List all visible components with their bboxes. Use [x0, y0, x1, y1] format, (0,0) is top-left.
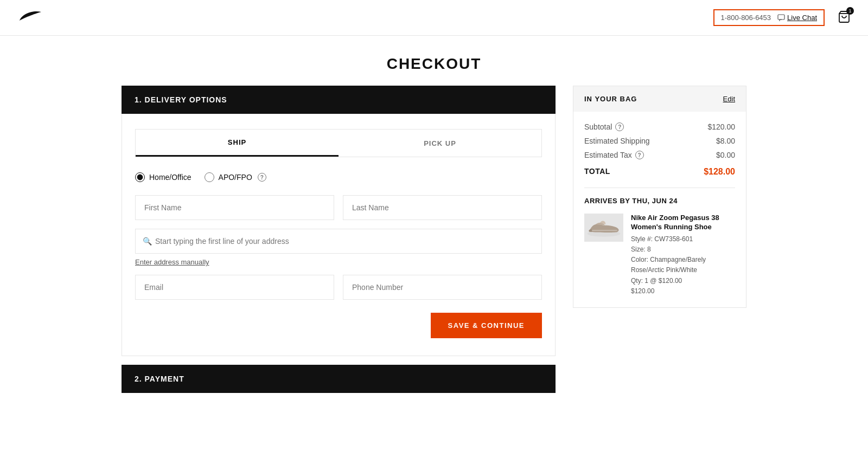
last-name-field	[343, 195, 542, 220]
product-size: Size: 8	[631, 244, 735, 255]
subtotal-value: $120.00	[707, 122, 735, 131]
arrives-label: ARRIVES BY THU, JUN 24	[584, 188, 735, 205]
radio-home-office-label: Home/Office	[149, 173, 192, 182]
bag-edit-link[interactable]: Edit	[723, 95, 735, 103]
nike-logo	[17, 8, 43, 28]
phone-field	[343, 275, 542, 300]
save-continue-button[interactable]: SAVE & CONTINUE	[431, 313, 542, 338]
product-price: $120.00	[631, 286, 735, 296]
product-color: Color: Champagne/Barely Rose/Arctic Pink…	[631, 255, 735, 275]
cart-badge: 1	[846, 7, 854, 15]
cart-icon[interactable]: 1	[838, 10, 851, 25]
enter-address-manually-link[interactable]: Enter address manually	[135, 258, 209, 266]
address-input-wrap: 🔍	[135, 229, 542, 254]
checkout-sidebar: IN YOUR BAG Edit Subtotal ? $120.00 Esti…	[573, 86, 746, 308]
contact-row	[135, 275, 542, 300]
chat-icon	[777, 14, 785, 22]
product-qty: Qty: 1 @ $120.00	[631, 276, 735, 286]
bag-body: Subtotal ? $120.00 Estimated Shipping $8…	[573, 112, 746, 307]
tab-ship[interactable]: SHIP	[136, 130, 339, 157]
product-row: Nike Air Zoom Pegasus 38 Women's Running…	[584, 214, 735, 296]
bag-title: IN YOUR BAG	[584, 95, 637, 103]
tax-value: $0.00	[716, 151, 735, 159]
payment-section-header: 2. Payment	[122, 365, 556, 393]
total-label: TOTAL	[584, 167, 610, 177]
support-phone: 1-800-806-6453	[721, 14, 771, 22]
shipping-value: $8.00	[716, 137, 735, 145]
email-field	[135, 275, 334, 300]
product-style: Style #: CW7358-601	[631, 234, 735, 244]
first-name-field	[135, 195, 334, 220]
delivery-section-header: 1. Delivery Options	[122, 86, 556, 114]
shoe-svg	[585, 216, 622, 239]
header-right: 1-800-806-6453 Live Chat 1	[713, 9, 851, 26]
name-row	[135, 195, 542, 220]
delivery-type-radio-group: Home/Office APO/FPO ?	[135, 172, 542, 182]
subtotal-help-icon[interactable]: ?	[615, 122, 624, 131]
svg-rect-0	[778, 15, 784, 20]
total-value: $128.00	[704, 167, 735, 177]
header-left	[17, 8, 43, 28]
header: 1-800-806-6453 Live Chat 1	[0, 0, 868, 36]
shipping-row: Estimated Shipping $8.00	[584, 137, 735, 145]
shipping-label: Estimated Shipping	[584, 137, 650, 145]
subtotal-row: Subtotal ? $120.00	[584, 122, 735, 131]
radio-apo-fpo[interactable]: APO/FPO ?	[205, 172, 266, 182]
page-title: CHECKOUT	[0, 36, 868, 86]
phone-input[interactable]	[343, 275, 542, 300]
product-details: Nike Air Zoom Pegasus 38 Women's Running…	[631, 214, 735, 296]
delivery-section: 1. Delivery Options SHIP PICK UP Home/Of…	[122, 86, 556, 356]
apo-fpo-help-icon[interactable]: ?	[258, 173, 266, 182]
product-image	[584, 214, 623, 242]
search-icon: 🔍	[143, 237, 152, 246]
address-row: 🔍 Enter address manually	[135, 229, 542, 266]
last-name-input[interactable]	[343, 195, 542, 220]
delivery-section-body: SHIP PICK UP Home/Office APO/FPO ?	[122, 114, 556, 356]
radio-home-office[interactable]: Home/Office	[135, 172, 192, 182]
checkout-layout: 1. Delivery Options SHIP PICK UP Home/Of…	[108, 86, 760, 428]
product-name: Nike Air Zoom Pegasus 38 Women's Running…	[631, 214, 735, 232]
radio-apo-fpo-input[interactable]	[205, 172, 214, 182]
radio-home-office-input[interactable]	[135, 172, 145, 182]
checkout-main: 1. Delivery Options SHIP PICK UP Home/Of…	[122, 86, 556, 402]
support-contact-box: 1-800-806-6453 Live Chat	[713, 9, 825, 26]
first-name-input[interactable]	[135, 195, 334, 220]
subtotal-label: Subtotal ?	[584, 122, 624, 131]
bag-section: IN YOUR BAG Edit Subtotal ? $120.00 Esti…	[573, 86, 746, 308]
email-input[interactable]	[135, 275, 334, 300]
delivery-tabs: SHIP PICK UP	[135, 129, 542, 157]
address-input[interactable]	[135, 229, 542, 254]
address-field: 🔍 Enter address manually	[135, 229, 542, 266]
total-row: TOTAL $128.00	[584, 165, 735, 177]
form-actions: SAVE & CONTINUE	[135, 313, 542, 338]
tab-pickup[interactable]: PICK UP	[339, 130, 541, 157]
tax-row: Estimated Tax ? $0.00	[584, 151, 735, 159]
payment-section: 2. Payment	[122, 365, 556, 393]
radio-apo-fpo-label: APO/FPO	[219, 173, 252, 182]
live-chat-link[interactable]: Live Chat	[777, 14, 817, 22]
bag-header: IN YOUR BAG Edit	[573, 86, 746, 112]
tax-label: Estimated Tax ?	[584, 151, 644, 159]
tax-help-icon[interactable]: ?	[635, 151, 644, 159]
